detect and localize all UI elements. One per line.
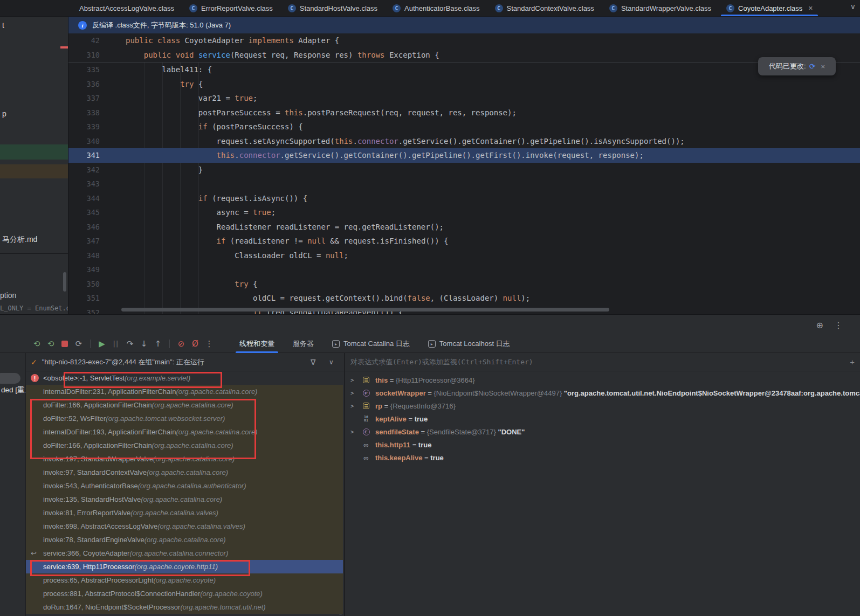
resume-icon[interactable]: ▶ bbox=[95, 339, 109, 349]
step-out-icon[interactable]: ↑ bbox=[151, 339, 165, 349]
stack-frame-row[interactable]: process:881, AbstractProtocol$Connection… bbox=[26, 587, 343, 600]
target-icon[interactable]: ⊕ bbox=[816, 320, 823, 330]
frame-method: invoke:135, StandardHostValve bbox=[43, 495, 141, 503]
stack-frame-row[interactable]: service:639, Http11Processor (org.apache… bbox=[26, 560, 343, 573]
token: public bbox=[144, 51, 171, 59]
view-breakpoints-icon[interactable]: Ø bbox=[188, 339, 202, 349]
debug-tab[interactable]: 线程和变量 bbox=[230, 335, 284, 353]
debug-panel-header: ⊕ ⋮ bbox=[0, 314, 860, 335]
editor-tab[interactable]: CStandardContextValve.class bbox=[487, 0, 602, 16]
evaluate-expression-input[interactable]: 对表达式求值(Enter)或添加监视(Ctrl+Shift+Enter) + bbox=[344, 353, 860, 371]
close-icon[interactable]: × bbox=[821, 63, 825, 71]
restart-icon[interactable]: ⟳ bbox=[72, 339, 86, 349]
code-editor[interactable]: 42public class CoyoteAdapter implements … bbox=[68, 33, 860, 314]
stack-frames-panel[interactable]: !<obsolete>:-1, ServletTest (org.example… bbox=[26, 371, 344, 616]
code-text: async = true; bbox=[100, 205, 276, 220]
sidebar-scrollbar[interactable] bbox=[63, 272, 66, 292]
stop-icon[interactable] bbox=[61, 341, 68, 347]
variable-row[interactable]: >EsendfileState = {SendfileState@3717} "… bbox=[345, 425, 860, 438]
variables-panel[interactable]: >this = {Http11Processor@3664}>PsocketWr… bbox=[345, 371, 860, 616]
variable-row[interactable]: ∞this.keepAlive = true bbox=[345, 451, 860, 464]
more-icon[interactable]: ⋮ bbox=[202, 339, 216, 349]
filter-funnel-icon[interactable]: ∇ bbox=[311, 358, 315, 366]
editor-tab[interactable]: CStandardHostValve.class bbox=[280, 0, 385, 16]
frame-package: (org.apache.coyote) bbox=[200, 590, 263, 598]
stack-frame-row[interactable]: invoke:197, StandardWrapperValve (org.ap… bbox=[26, 452, 343, 466]
code-changed-toast: 代码已更改: ⟳ × bbox=[758, 57, 836, 75]
stack-frame-row[interactable]: invoke:81, ErrorReportValve (org.apache.… bbox=[26, 506, 343, 520]
bottom-left-gutter: ded [重新 bbox=[0, 353, 26, 616]
more-icon[interactable]: ⋮ bbox=[834, 320, 843, 330]
rerun-icon[interactable]: ⟲ bbox=[30, 339, 44, 349]
step-over-icon[interactable]: ↷ bbox=[123, 339, 137, 349]
code-line-347: 347 if (readListener != null && request.… bbox=[68, 234, 860, 248]
tab-label: AbstractAccessLogValve.class bbox=[79, 4, 174, 12]
stack-frame-row[interactable]: process:65, AbstractProcessorLight (org.… bbox=[26, 573, 343, 587]
editor-tab[interactable]: CCoyoteAdapter.class× bbox=[719, 0, 820, 16]
code-line-348: 348 ClassLoader oldCL = null; bbox=[68, 248, 860, 263]
sidebar-file-md[interactable]: 马分析.md bbox=[2, 235, 37, 245]
editor-tab[interactable]: CErrorReportValve.class bbox=[182, 0, 280, 16]
panel-divider[interactable] bbox=[344, 353, 345, 616]
sidebar-row-modified[interactable] bbox=[0, 164, 68, 178]
debug-tab[interactable]: 服务器 bbox=[284, 335, 323, 353]
stack-frame-row[interactable]: internalDoFilter:193, ApplicationFilterC… bbox=[26, 425, 343, 439]
pause-icon[interactable]: || bbox=[109, 340, 123, 348]
frame-package: (org.apache.catalina.core) bbox=[141, 495, 222, 503]
stack-frame-row[interactable]: internalDoFilter:231, ApplicationFilterC… bbox=[26, 385, 343, 398]
stack-frame-row[interactable]: doFilter:52, WsFilter (org.apache.tomcat… bbox=[26, 412, 343, 425]
class-icon: C bbox=[393, 4, 401, 12]
add-watch-icon[interactable]: + bbox=[850, 357, 855, 366]
reload-icon[interactable]: ⟳ bbox=[809, 62, 816, 71]
sidebar-structure-fragment[interactable]: ption bbox=[0, 291, 16, 300]
chevron-down-icon[interactable]: ∨ bbox=[329, 358, 334, 366]
token: , (ClassLoader) bbox=[430, 294, 503, 302]
stack-frame-row[interactable]: invoke:97, StandardContextValve (org.apa… bbox=[26, 466, 343, 479]
variable-row[interactable]: >PsocketWrapper = {NioEndpoint$NioSocket… bbox=[345, 386, 860, 399]
debug-tab[interactable]: ▸Tomcat Localhost 日志 bbox=[419, 335, 519, 353]
variable-row[interactable]: 1001keptAlive = true bbox=[345, 412, 860, 425]
variable-row[interactable]: ∞this.http11 = true bbox=[345, 438, 860, 451]
sidebar-structure-enum-fragment[interactable]: L_ONLY = EnumSet.o... bbox=[0, 304, 68, 312]
expand-chevron-icon[interactable]: > bbox=[350, 377, 354, 384]
frame-method: invoke:97, StandardContextValve bbox=[43, 468, 147, 476]
editor-tabs: AbstractAccessLogValve.classCErrorReport… bbox=[72, 0, 820, 16]
horizontal-scrollbar[interactable] bbox=[121, 308, 609, 312]
expand-chevron-icon[interactable]: > bbox=[350, 403, 354, 410]
stack-frame-row[interactable]: ↩service:366, CoyoteAdapter (org.apache.… bbox=[26, 546, 343, 560]
rerun-debug-icon[interactable]: ⟲ bbox=[44, 339, 58, 349]
editor-tab[interactable]: CAuthenticatorBase.class bbox=[385, 0, 487, 16]
close-icon[interactable]: × bbox=[808, 4, 813, 12]
code-text: public class CoyoteAdapter implements Ad… bbox=[100, 33, 339, 48]
frame-package: (org.apache.coyote) bbox=[154, 576, 216, 584]
expand-chevron-icon[interactable]: > bbox=[350, 390, 354, 397]
variable-row[interactable]: >rp = {RequestInfo@3716} bbox=[345, 399, 860, 412]
chevron-down-icon[interactable]: ∨ bbox=[850, 2, 856, 11]
token: implements bbox=[249, 36, 294, 45]
stack-frame-row[interactable]: !<obsolete>:-1, ServletTest (org.example… bbox=[26, 371, 343, 385]
stack-frame-row[interactable]: invoke:135, StandardHostValve (org.apach… bbox=[26, 493, 343, 506]
sidebar-row-added[interactable] bbox=[0, 144, 68, 160]
sidebar-file-fragment-p[interactable]: p bbox=[2, 109, 6, 118]
stack-frame-row[interactable]: invoke:698, AbstractAccessLogValve (org.… bbox=[26, 520, 343, 533]
mute-breakpoints-icon[interactable]: ⊘ bbox=[174, 339, 188, 349]
frame-method: process:65, AbstractProcessorLight bbox=[43, 576, 154, 584]
step-into-icon[interactable]: ↓ bbox=[137, 339, 151, 349]
stack-frame-row[interactable]: invoke:543, AuthenticatorBase (org.apach… bbox=[26, 479, 343, 493]
editor-tab[interactable]: AbstractAccessLogValve.class bbox=[72, 0, 182, 16]
token: request.setAsyncSupported( bbox=[126, 137, 335, 146]
stack-frame-row[interactable]: doFilter:166, ApplicationFilterChain (or… bbox=[26, 439, 343, 452]
sidebar-file-fragment-t[interactable]: t bbox=[2, 21, 4, 30]
debug-tab[interactable]: ▸Tomcat Catalina 日志 bbox=[323, 335, 419, 353]
thread-status-row[interactable]: ✓ "http-nio-8123-exec-7"@2,444 在组"main":… bbox=[26, 353, 344, 371]
stack-frame-row[interactable]: invoke:78, StandardEngineValve (org.apac… bbox=[26, 533, 343, 546]
stack-frame-row[interactable]: doRun:1647, NioEndpoint$SocketProcessor … bbox=[26, 600, 343, 614]
editor-tab[interactable]: CStandardWrapperValve.class bbox=[602, 0, 719, 16]
variable-row[interactable]: >this = {Http11Processor@3664} bbox=[345, 373, 860, 386]
frame-package: (org.apache.catalina.core) bbox=[145, 536, 226, 544]
stack-frame-row[interactable]: doFilter:166, ApplicationFilterChain (or… bbox=[26, 398, 343, 412]
code-text: request.setAsyncSupported(this.connector… bbox=[100, 134, 685, 149]
token: connector bbox=[239, 151, 280, 160]
expand-chevron-icon[interactable]: > bbox=[350, 428, 354, 435]
token: async = bbox=[126, 208, 253, 217]
